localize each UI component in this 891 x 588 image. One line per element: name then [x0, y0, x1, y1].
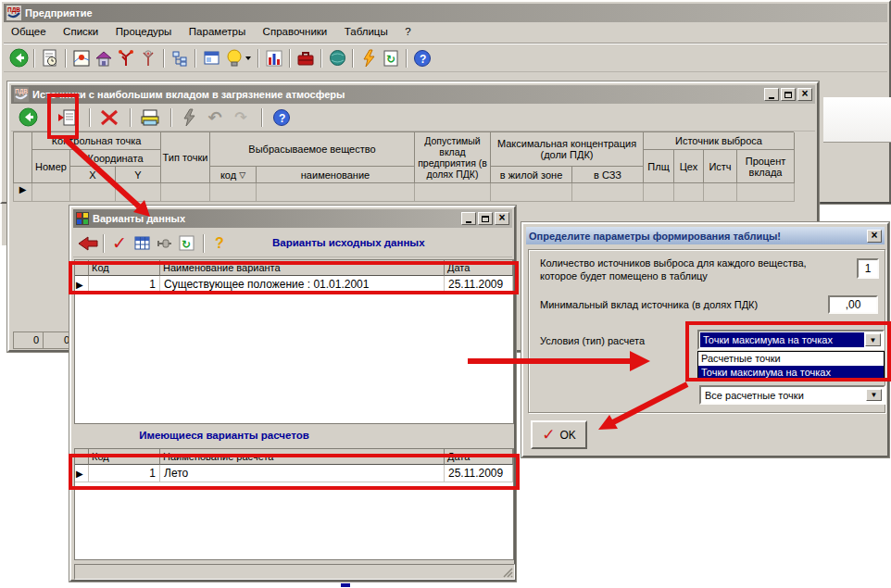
col-control-point[interactable]: Контрольная точка	[32, 132, 161, 150]
points-combobox[interactable]: Все расчетные точки ▼	[699, 385, 885, 405]
dropdown-option[interactable]: Расчетные точки	[698, 352, 884, 366]
redo-button[interactable]: ↷	[230, 106, 252, 129]
col-max-conc[interactable]: Максимальная концентрация (доли ПДК)	[491, 132, 644, 167]
table-cell[interactable]	[161, 183, 210, 202]
table-cell[interactable]	[32, 183, 70, 202]
close-button[interactable]: ×	[495, 212, 509, 225]
report-button[interactable]	[39, 47, 61, 69]
table-cell[interactable]	[674, 183, 704, 202]
combobox-dropdown-button[interactable]: ▼	[865, 333, 881, 346]
calc-button[interactable]	[358, 47, 380, 69]
row-selector[interactable]: ▶	[14, 183, 32, 202]
grid-col-kod[interactable]	[75, 449, 89, 465]
confirm-button[interactable]: ✓	[108, 232, 131, 255]
chart-button[interactable]	[263, 47, 285, 69]
col-shop[interactable]: Цех	[674, 150, 704, 183]
refresh-doc-button[interactable]: ↻	[380, 47, 402, 69]
min-share-input[interactable]: ,00	[828, 295, 878, 314]
cell-date[interactable]: 25.11.2009	[445, 465, 513, 482]
sources-titlebar[interactable]: ПДВ Источники с наибольшим вкладом в заг…	[11, 85, 815, 104]
menu-tablicy[interactable]: Таблицы	[345, 23, 388, 40]
grid-col-kod[interactable]: Код	[89, 260, 160, 276]
menu-obschee[interactable]: Общее	[11, 23, 46, 40]
col-number[interactable]: Номер	[32, 150, 70, 183]
cell-name[interactable]: Существующее положение : 01.01.2001	[160, 276, 445, 294]
help-button[interactable]: ?	[411, 47, 433, 69]
col-y[interactable]: Y	[116, 167, 161, 183]
print-button[interactable]	[139, 106, 161, 129]
table-cell[interactable]	[257, 183, 415, 202]
sort-desc-icon[interactable]: ▽	[239, 169, 245, 181]
menu-procedury[interactable]: Процедуры	[116, 23, 172, 40]
col-allowed[interactable]: Допустимый вклад предприятия (в долях ПД…	[415, 132, 491, 183]
grid-col-kod[interactable]	[75, 260, 89, 276]
col-substance[interactable]: Выбрасываемое вещество	[210, 132, 415, 167]
grid-col-name[interactable]: Наименование варианта	[160, 260, 445, 276]
grid-col-name[interactable]: Наименование расчета	[160, 449, 445, 465]
table-cell[interactable]	[116, 183, 161, 202]
globe-button[interactable]	[326, 47, 348, 69]
sources-tool2-button[interactable]	[137, 47, 159, 69]
col-coordinate[interactable]: Координата	[70, 150, 161, 167]
undo-button[interactable]: ↶	[204, 106, 226, 129]
combobox-dropdown-button[interactable]: ▼	[866, 389, 882, 401]
close-button[interactable]: ×	[867, 230, 882, 243]
table-cell[interactable]	[572, 183, 644, 202]
cell-kod[interactable]: 1	[89, 465, 160, 482]
col-code[interactable]: код ▽	[210, 167, 257, 183]
grid-col-date[interactable]: Дата	[445, 449, 513, 465]
minimize-button[interactable]	[461, 212, 476, 225]
back-button[interactable]	[7, 47, 30, 69]
table-cell[interactable]	[737, 183, 795, 202]
maximize-button[interactable]	[781, 88, 796, 101]
tree-button[interactable]	[169, 47, 191, 69]
cell-kod[interactable]: 1	[89, 276, 160, 294]
create-table-button[interactable]	[56, 106, 78, 129]
table-row[interactable]: ▶ 1 Существующее положение : 01.01.2001 …	[75, 276, 513, 294]
row-selector[interactable]: ▶	[75, 276, 89, 294]
table-cell[interactable]	[70, 183, 116, 202]
row-selector[interactable]: ▶	[75, 465, 89, 482]
dropdown-option-selected[interactable]: Точки максимума на точках	[698, 366, 884, 379]
lamp-button[interactable]	[222, 47, 254, 69]
run-button[interactable]	[178, 106, 200, 129]
menu-spiski[interactable]: Списки	[63, 23, 98, 40]
table-cell[interactable]	[210, 183, 257, 202]
table-view-button[interactable]	[131, 232, 153, 255]
col-name[interactable]: наименование	[257, 167, 415, 183]
cell-name[interactable]: Лето	[160, 465, 445, 482]
menu-parametry[interactable]: Параметры	[189, 23, 245, 40]
cell-date[interactable]: 25.11.2009	[445, 276, 513, 294]
back-button[interactable]	[17, 106, 39, 129]
delete-button[interactable]	[98, 106, 120, 129]
grid-col-date[interactable]: Дата	[445, 260, 513, 276]
briefcase-button[interactable]	[295, 47, 317, 69]
col-area[interactable]: Плщ	[644, 150, 674, 183]
resize-grip-icon[interactable]	[502, 567, 514, 579]
help-button[interactable]: ?	[208, 232, 231, 255]
maximize-button[interactable]	[478, 212, 493, 225]
col-src[interactable]: Истч	[704, 150, 737, 183]
refresh-button[interactable]: ↻	[175, 232, 197, 255]
minimize-button[interactable]	[764, 88, 779, 101]
help-button[interactable]: ?	[270, 106, 293, 129]
close-button[interactable]: ×	[797, 88, 812, 101]
connection-button[interactable]	[153, 232, 175, 255]
table-cell[interactable]	[491, 183, 572, 202]
map-button[interactable]	[70, 47, 93, 69]
calc-type-combobox[interactable]: Точки максимума на точках ▼	[697, 330, 885, 350]
col-percent[interactable]: Процент вклада	[737, 150, 795, 183]
main-titlebar[interactable]: ПДВ Предприятие	[4, 4, 887, 22]
window-button[interactable]	[200, 47, 222, 69]
col-point-type[interactable]: Тип точки	[161, 132, 210, 183]
menu-spravochniki[interactable]: Справочники	[263, 23, 328, 40]
sources-tool-button[interactable]	[115, 47, 137, 69]
back-button[interactable]	[77, 232, 99, 255]
params-titlebar[interactable]: Определите параметры формирования таблиц…	[526, 227, 885, 244]
enterprise-button[interactable]	[93, 47, 115, 69]
table-cell[interactable]	[415, 183, 491, 202]
col-residential[interactable]: в жилой зоне	[491, 167, 572, 183]
variants-titlebar[interactable]: Варианты данных ×	[73, 209, 512, 228]
table-cell[interactable]	[704, 183, 737, 202]
menu-help[interactable]: ?	[405, 23, 410, 40]
